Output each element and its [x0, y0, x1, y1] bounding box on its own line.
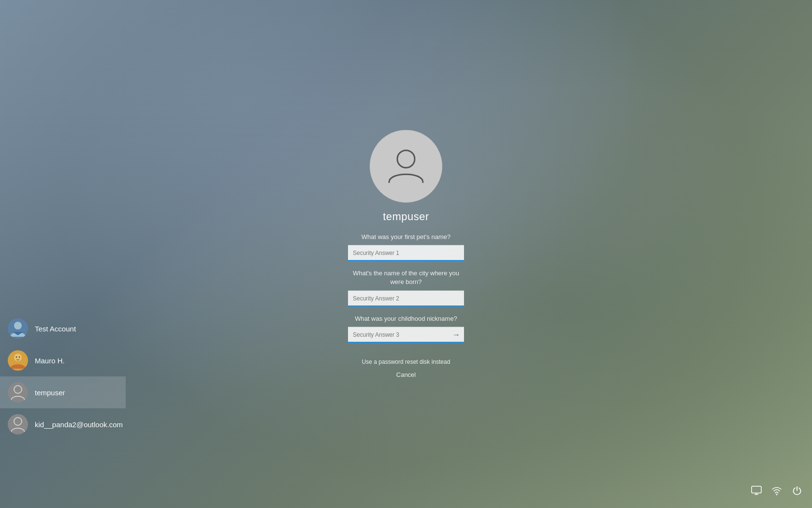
user-avatar-kid-panda [8, 414, 28, 434]
svg-point-0 [397, 150, 415, 168]
user-item-tempuser[interactable]: tempuser [0, 376, 126, 408]
security-question-3: What was your childhood nickname? [348, 314, 464, 323]
reset-disk-link[interactable]: Use a password reset disk instead [362, 358, 450, 365]
avatar-person-icon [384, 144, 428, 189]
user-item-test-account[interactable]: Test Account [0, 313, 126, 344]
login-panel: tempuser What was your first pet's name?… [324, 130, 488, 378]
security-answer-2-input[interactable] [348, 290, 464, 306]
security-answer-3-input[interactable] [348, 327, 464, 343]
display-icon[interactable] [751, 485, 762, 498]
taskbar-bottom-right [751, 485, 802, 498]
svg-point-10 [776, 494, 778, 495]
user-name-test-account: Test Account [35, 325, 76, 333]
security-answer-2-wrap [348, 290, 464, 306]
svg-point-3 [16, 357, 17, 358]
user-avatar-mauro [8, 350, 28, 371]
security-question-2: What's the name of the city where you we… [348, 269, 464, 286]
user-item-mauro[interactable]: Mauro H. [0, 344, 126, 376]
user-item-kid-panda[interactable]: kid__panda2@outlook.com [0, 408, 126, 440]
user-name-tempuser: tempuser [35, 388, 65, 397]
user-list: Test Account Mauro H. tempuser [0, 313, 126, 440]
cancel-button[interactable]: Cancel [396, 371, 416, 378]
user-avatar-test-account [8, 318, 28, 339]
svg-point-4 [19, 357, 20, 358]
security-question-1: What was your first pet's name? [348, 233, 464, 241]
submit-arrow-button[interactable]: → [452, 330, 460, 339]
network-icon[interactable] [771, 485, 782, 498]
svg-point-1 [14, 322, 22, 329]
svg-rect-7 [752, 486, 761, 493]
power-icon[interactable] [792, 485, 802, 498]
user-name-kid-panda: kid__panda2@outlook.com [35, 420, 123, 429]
svg-point-5 [14, 386, 22, 393]
user-name-mauro: Mauro H. [35, 357, 65, 365]
security-answer-1-wrap [348, 245, 464, 261]
svg-point-6 [14, 418, 22, 425]
user-avatar-tempuser [8, 382, 28, 403]
security-answer-1-input[interactable] [348, 245, 464, 261]
user-avatar-circle [370, 130, 442, 203]
username-label: tempuser [383, 210, 429, 223]
security-answer-3-wrap: → [348, 327, 464, 343]
